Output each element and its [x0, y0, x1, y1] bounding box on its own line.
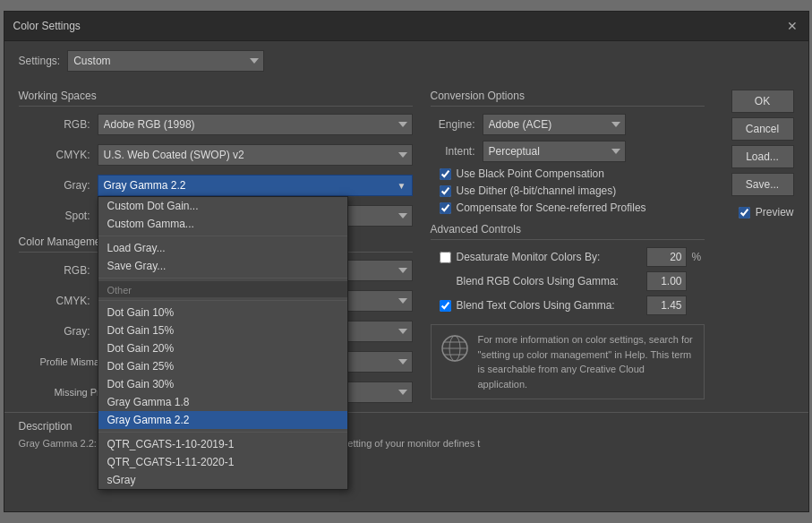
cm-rgb-label: RGB: [19, 264, 90, 277]
dropdown-item-load-gray[interactable]: Load Gray... [98, 239, 347, 257]
desaturate-input[interactable] [646, 247, 687, 267]
checkbox-dither: Use Dither (8-bit/channel images) [431, 184, 705, 197]
dialog-content: Settings: Custom Working Spaces RGB: Ado… [4, 41, 808, 459]
dropdown-item-qtr-2019[interactable]: QTR_CGATS-1-10-2019-1 [98, 435, 347, 453]
dropdown-item-custom-dot-gain[interactable]: Custom Dot Gain... [98, 197, 347, 215]
dither-checkbox[interactable] [440, 185, 451, 197]
working-spaces-title: Working Spaces [19, 90, 413, 107]
desaturate-label: Desaturate Monitor Colors By: [457, 251, 641, 263]
scene-referred-label: Compensate for Scene-referred Profiles [457, 201, 646, 214]
dropdown-item-dot-gain-30[interactable]: Dot Gain 30% [98, 375, 347, 393]
dropdown-item-custom-gamma[interactable]: Custom Gamma... [98, 215, 347, 233]
title-bar: Color Settings ✕ [4, 12, 808, 41]
intent-row: Intent: Perceptual [431, 141, 705, 162]
left-section: Working Spaces RGB: Adobe RGB (1998) CMY… [19, 90, 431, 412]
intent-select[interactable]: Perceptual [483, 141, 626, 162]
engine-label: Engine: [431, 118, 475, 131]
dropdown-item-dot-gain-20[interactable]: Dot Gain 20% [98, 339, 347, 357]
gray-dropdown-arrow: ▼ [397, 181, 406, 191]
preview-row: Preview [739, 206, 794, 219]
black-point-label: Use Black Point Compensation [457, 167, 604, 180]
settings-label: Settings: [19, 55, 61, 67]
cancel-button[interactable]: Cancel [731, 117, 794, 141]
desaturate-row: Desaturate Monitor Colors By: % [431, 247, 705, 267]
cm-gray-label: Gray: [19, 325, 90, 338]
gray-dropdown-menu: Custom Dot Gain... Custom Gamma... Load … [98, 196, 348, 490]
rgb-select[interactable]: Adobe RGB (1998) [98, 114, 413, 135]
dropdown-separator-1 [98, 236, 347, 236]
conversion-title: Conversion Options [431, 90, 705, 107]
panels-row: Working Spaces RGB: Adobe RGB (1998) CMY… [4, 77, 808, 412]
checkbox-black-point: Use Black Point Compensation [431, 167, 705, 180]
dropdown-item-dot-gain-10[interactable]: Dot Gain 10% [98, 304, 347, 322]
buttons-panel: OK Cancel Load... Save... Preview [714, 90, 794, 412]
gray-dropdown-value: Gray Gamma 2.2 [104, 179, 186, 192]
intent-label: Intent: [431, 145, 475, 158]
desaturate-unit: % [692, 251, 705, 263]
blend-text-row: Blend Text Colors Using Gamma: [431, 296, 705, 315]
blend-text-checkbox[interactable] [440, 300, 451, 312]
dropdown-item-dot-gain-15[interactable]: Dot Gain 15% [98, 322, 347, 339]
dropdown-separator-4 [98, 432, 347, 433]
blend-text-input[interactable] [646, 296, 687, 315]
dropdown-item-gray-gamma-18[interactable]: Gray Gamma 1.8 [98, 393, 347, 411]
dropdown-other-label: Other [98, 281, 347, 297]
ok-button[interactable]: OK [731, 90, 794, 113]
spot-label: Spot: [19, 210, 90, 222]
color-settings-dialog: Color Settings ✕ Settings: Custom Workin… [4, 11, 809, 512]
blend-text-label: Blend Text Colors Using Gamma: [457, 299, 641, 312]
info-globe-icon [440, 334, 469, 363]
info-box: For more information on color settings, … [431, 324, 705, 399]
cm-cmyk-label: CMYK: [19, 295, 90, 307]
blend-rgb-label: Blend RGB Colors Using Gamma: [457, 275, 641, 287]
rgb-row: RGB: Adobe RGB (1998) [19, 114, 413, 135]
load-button[interactable]: Load... [731, 145, 794, 168]
right-section: Conversion Options Engine: Adobe (ACE) I… [431, 90, 794, 412]
settings-row: Settings: Custom [4, 41, 808, 77]
engine-select[interactable]: Adobe (ACE) [483, 114, 626, 135]
preview-checkbox[interactable] [739, 207, 750, 219]
gray-dropdown-container: Gray Gamma 2.2 ▼ Custom Dot Gain... Cust… [98, 175, 413, 196]
dropdown-item-gray-gamma-22[interactable]: Gray Gamma 2.2 [98, 411, 347, 429]
dropdown-item-qtr-2020[interactable]: QTR_CGATS-1-11-2020-1 [98, 453, 347, 471]
save-button[interactable]: Save... [731, 173, 794, 196]
info-text: For more information on color settings, … [478, 332, 695, 391]
settings-select[interactable]: Custom [67, 50, 264, 72]
advanced-controls-section: Advanced Controls Desaturate Monitor Col… [431, 223, 705, 315]
rgb-label: RGB: [19, 118, 90, 131]
checkbox-scene-referred: Compensate for Scene-referred Profiles [431, 201, 705, 214]
engine-row: Engine: Adobe (ACE) [431, 114, 705, 135]
desaturate-checkbox[interactable] [440, 252, 451, 263]
dropdown-separator-3 [98, 300, 347, 301]
dropdown-item-sgray[interactable]: sGray [98, 471, 347, 489]
dropdown-item-dot-gain-25[interactable]: Dot Gain 25% [98, 357, 347, 375]
gray-label: Gray: [19, 179, 90, 192]
dropdown-item-save-gray[interactable]: Save Gray... [98, 257, 347, 275]
blend-rgb-row: Blend RGB Colors Using Gamma: [431, 271, 705, 291]
conversion-advanced-section: Conversion Options Engine: Adobe (ACE) I… [431, 90, 705, 412]
black-point-checkbox[interactable] [440, 168, 451, 180]
cmyk-select[interactable]: U.S. Web Coated (SWOP) v2 [98, 144, 413, 166]
dialog-title: Color Settings [13, 20, 81, 32]
blend-rgb-input[interactable] [646, 271, 687, 291]
advanced-controls-title: Advanced Controls [431, 223, 705, 240]
gray-row: Gray: Gray Gamma 2.2 ▼ Custom Dot Gain..… [19, 175, 413, 196]
scene-referred-checkbox[interactable] [440, 202, 451, 214]
preview-label: Preview [756, 206, 794, 219]
dropdown-separator-2 [98, 278, 347, 279]
close-button[interactable]: ✕ [785, 19, 799, 33]
gray-dropdown-trigger[interactable]: Gray Gamma 2.2 ▼ [98, 175, 413, 196]
cmyk-row: CMYK: U.S. Web Coated (SWOP) v2 [19, 144, 413, 166]
cmyk-label: CMYK: [19, 149, 90, 161]
dither-label: Use Dither (8-bit/channel images) [457, 184, 617, 197]
